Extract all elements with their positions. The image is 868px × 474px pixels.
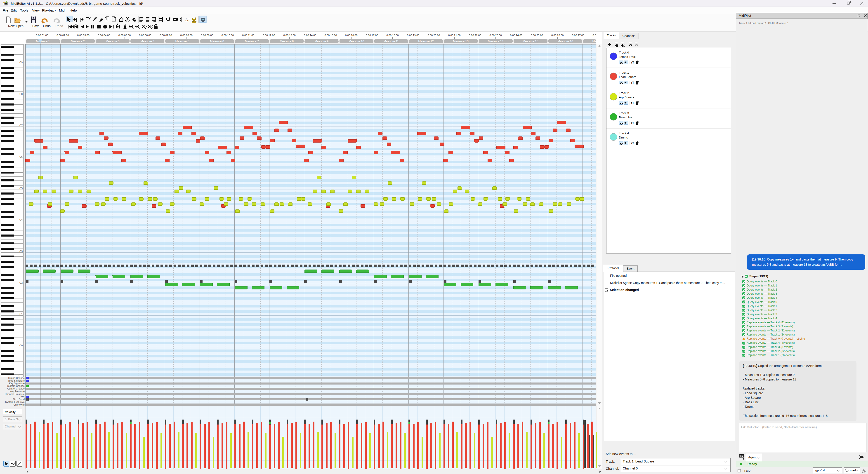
svg-text:тT: тT (631, 61, 634, 64)
svg-text:тT: тT (631, 101, 634, 105)
svg-text:тT: тT (631, 141, 634, 145)
svg-text:тT: тT (631, 121, 634, 125)
svg-text:тT: тT (631, 81, 634, 84)
